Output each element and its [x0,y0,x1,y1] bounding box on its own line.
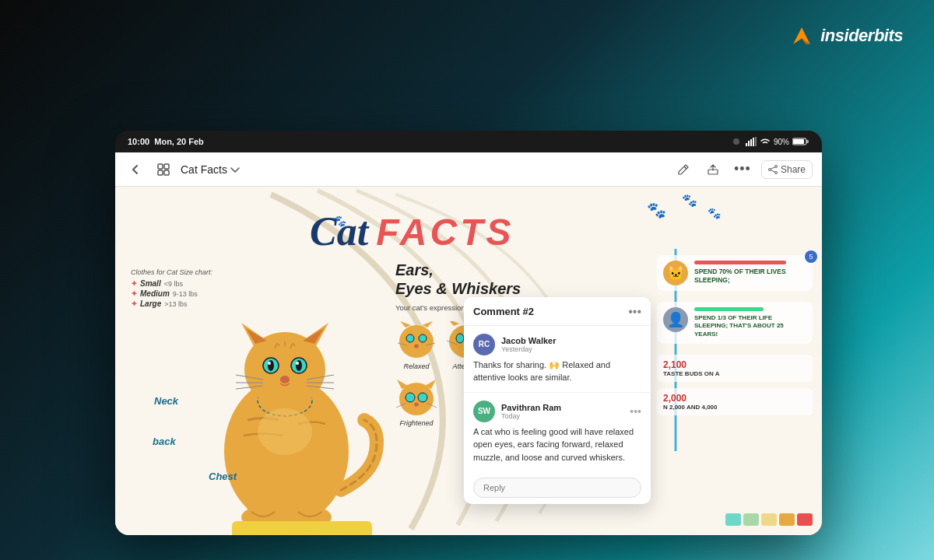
stat-bar-red [694,261,786,264]
back-label: back [153,436,176,447]
comment-2-avatar: SW [473,401,495,422]
svg-rect-13 [164,170,169,175]
comment-1-user: RC Jacob Walker Yesterday [473,334,641,355]
svg-point-76 [418,393,427,402]
svg-line-19 [771,166,775,168]
reply-box [464,471,651,504]
comment-1-time: Yesterday [501,345,641,353]
range-stat: 2,000 N 2,000 AND 4,000 [657,388,813,415]
svg-marker-47 [400,321,411,327]
paw-print-2: 🐾 [682,193,697,208]
comment-2-username: Pavithran Ram [501,403,630,412]
pencil-button[interactable] [672,159,694,180]
svg-rect-25 [232,521,372,535]
neck-label: Neck [154,395,178,407]
swatch-orange [779,513,795,526]
comment-1-text: Thanks for sharing. 🙌 Relaxed and attent… [473,359,641,384]
pencil-icon [677,163,690,176]
svg-point-36 [296,360,302,371]
svg-rect-8 [793,139,804,144]
status-time-date: 10:00 Mon, 20 Feb [128,137,204,146]
stat-number-2100: 2,100 [663,359,806,370]
comment-2-user: SW Pavithran Ram Today [473,401,630,422]
comment-2-time: Today [501,412,630,420]
face-frightened-label: Frightened [399,419,433,427]
range-label: N 2,000 AND 4,000 [663,404,806,411]
main-content: 🐾 🐾 🐾 Cat 🐾 FACTS Clothes for Cat Size c… [115,187,822,535]
status-icons: 90% [733,137,809,146]
face-frightened: Frightened [395,378,437,427]
comment-2-text: A cat who is feeling good will have rela… [473,425,641,464]
app-toolbar: Cat Facts ••• [115,152,822,187]
stat-number-2000: 2,000 [663,393,806,404]
document-title[interactable]: Cat Facts [181,163,666,176]
ears-title: Ears,Eyes & Whiskers [395,261,567,298]
svg-point-18 [768,168,771,170]
svg-point-34 [268,362,271,365]
svg-point-37 [296,362,299,365]
svg-point-57 [456,334,464,343]
svg-point-51 [414,345,419,348]
battery-percent: 90% [774,138,789,146]
share-label: Share [781,164,806,175]
comment-panel: Comment #2 ••• RC Jacob Walker Yesterday [464,297,651,505]
chest-label: Chest [209,471,237,482]
dropdown-arrow-icon [230,166,240,173]
stat-sleeping-cats: 🐱 SPEND 70% OF THEIR LIVES SLEEPING; 5 [657,255,813,291]
svg-rect-5 [753,138,754,146]
grid-button[interactable] [153,159,174,180]
stat-sleeping-humans: 👤 SPEND 1/3 OF THEIR LIFE SLEEPING; THAT… [657,302,813,344]
reply-input[interactable] [473,478,641,498]
svg-rect-11 [164,164,169,169]
svg-rect-4 [750,139,752,146]
comment-2-menu-button[interactable]: ••• [630,405,641,418]
face-frightened-svg [395,378,437,417]
svg-point-77 [414,403,419,407]
paw-print-3: 🐾 [708,207,721,219]
svg-rect-10 [158,164,163,169]
svg-line-14 [684,166,686,169]
export-icon [707,163,719,176]
swatch-teal [725,513,741,526]
svg-rect-12 [158,170,163,175]
infographic-title: Cat 🐾 FACTS [310,208,514,254]
infographic: 🐾 🐾 🐾 Cat 🐾 FACTS Clothes for Cat Size c… [115,187,822,535]
svg-rect-9 [806,140,809,143]
stat-label-cats: SPEND 70% OF THEIR LIVES SLEEPING; [694,268,806,285]
camera-dot-icon [733,138,739,145]
stat-badge-1: 5 [805,250,817,263]
taste-buds-label: TASTE BUDS ON A [663,370,806,377]
title-facts-word: FACTS [376,211,514,254]
share-button[interactable]: Share [761,160,813,179]
more-button[interactable]: ••• [732,159,753,180]
color-swatches [725,513,813,526]
battery-icon [792,137,809,146]
signal-icon [746,137,757,146]
comment-1: RC Jacob Walker Yesterday Thanks for sha… [464,326,651,393]
svg-rect-6 [755,137,757,146]
face-relaxed-label: Relaxed [403,362,429,370]
comment-menu-button[interactable]: ••• [628,305,641,319]
paw-print-1: 🐾 [647,201,666,219]
comment-2: SW Pavithran Ram Today ••• A cat who is … [464,393,651,472]
svg-point-17 [774,171,777,173]
export-button[interactable] [702,159,724,180]
cat-paw-icon: 🐾 [332,215,346,228]
stats-panel: 🐱 SPEND 70% OF THEIR LIVES SLEEPING; 5 👤… [657,255,813,415]
stat-human-avatar: 👤 [663,307,688,332]
svg-marker-55 [448,321,459,326]
swatch-green [743,513,759,526]
logo-text: insiderbits [820,26,903,46]
title-cat-word: Cat 🐾 [310,208,368,254]
stat-label-humans: SPEND 1/3 OF THEIR LIFE SLEEPING; THAT'S… [694,314,806,338]
svg-line-20 [771,170,775,171]
svg-rect-2 [746,143,747,146]
taste-buds-stat: 2,100 TASTE BUDS ON A [657,355,813,382]
comment-2-info: Pavithran Ram Today [501,403,630,420]
svg-marker-48 [422,321,433,327]
svg-point-49 [406,334,414,342]
cat-svg [185,296,403,535]
back-button[interactable] [125,159,146,180]
stat-bar-green [694,307,764,311]
svg-point-38 [280,376,290,383]
